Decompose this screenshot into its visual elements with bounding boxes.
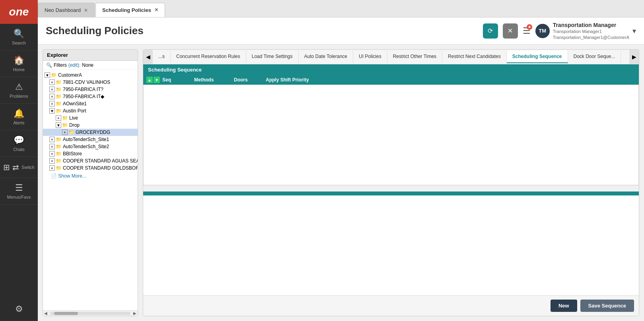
show-more-link[interactable]: 📄 Show More... — [43, 172, 138, 179]
tab-close-scheduling[interactable]: ✕ — [154, 7, 158, 13]
expand-icon[interactable]: + — [56, 115, 61, 121]
save-sequence-button[interactable]: Save Sequence — [580, 300, 634, 312]
new-button[interactable]: New — [551, 300, 577, 312]
sub-tab-scroll-right[interactable]: ▶ — [629, 50, 639, 64]
sub-tab-scroll-left[interactable]: ◀ — [143, 50, 153, 64]
sort-down-button[interactable]: ▼ — [154, 77, 160, 83]
sidebar-item-chats[interactable]: 💬 Chats — [0, 130, 38, 157]
tree-item-groceryddg[interactable]: + 📁 GROCERYDDG — [43, 129, 138, 136]
sequence-table-header: ▲ ▼ Seq Methods Doors Apply Shift Priori… — [143, 75, 639, 85]
bell-icon: 🔔 — [14, 108, 24, 119]
explorer-scrollbar[interactable]: ◀ ▶ — [43, 310, 138, 316]
sidebar-item-alerts[interactable]: 🔔 Alerts — [0, 104, 38, 130]
col-apply-shift: Apply Shift Priority — [266, 77, 636, 83]
sequence-body — [143, 85, 639, 185]
explorer-tree: ▼ 📁 CustomerA + 📁 7881-CDV VALINHOS + 📁 … — [43, 70, 138, 310]
tab-dock-door-seque[interactable]: Dock Door Seque... — [568, 50, 621, 63]
filter-edit-link[interactable]: (edit): — [68, 62, 81, 68]
sort-arrows-col: ▲ ▼ — [146, 77, 162, 83]
tab-restrict-next-candidates[interactable]: Restrict Next Candidates — [442, 50, 507, 63]
expand-icon[interactable]: + — [62, 130, 68, 135]
folder-icon: 📁 — [68, 130, 74, 135]
user-email: Transportation_Manager1@CustomerA — [553, 35, 629, 40]
scroll-track — [50, 312, 130, 315]
sequence-lower-area — [143, 195, 639, 295]
col-methods: Methods — [194, 77, 234, 83]
page-header: Scheduling Policies ⟳ ✕ ☰ ★ TM Transport… — [38, 17, 644, 44]
sidebar-item-settings[interactable]: ⚙ — [0, 299, 38, 321]
tab-close-neo[interactable]: ✕ — [84, 8, 88, 13]
tab-load-time-settings[interactable]: Load Time Settings — [246, 50, 299, 63]
sidebar-item-search[interactable]: 🔍 Search — [0, 24, 38, 50]
expand-icon[interactable]: + — [49, 79, 55, 85]
folder-icon: 📁 — [56, 158, 62, 164]
horizontal-scrollbar[interactable] — [143, 185, 639, 191]
folder-icon: 📁 — [51, 72, 57, 78]
col-doors: Doors — [234, 77, 266, 83]
scroll-left-arrow[interactable]: ◀ — [43, 311, 49, 316]
expand-icon[interactable]: ▼ — [49, 108, 55, 114]
tab-restrict-other-times[interactable]: Restrict Other Times — [387, 50, 442, 63]
tree-item-7950b[interactable]: + 📁 7950-FABRICA IT◆ — [43, 93, 138, 100]
tree-item-7950a[interactable]: + 📁 7950-FABRICA IT? — [43, 86, 138, 93]
scroll-right-arrow[interactable]: ▶ — [132, 311, 138, 316]
sub-tabs: ...s Concurrent Reservation Rules Load T… — [153, 50, 629, 63]
expand-icon[interactable]: ▼ — [56, 122, 61, 128]
tree-item-live[interactable]: + 📁 Live — [43, 114, 138, 122]
explorer-header: Explorer — [43, 50, 138, 61]
document-icon: 📄 — [51, 173, 57, 179]
app-logo[interactable]: one — [0, 0, 38, 24]
grid-icon: ⊞ — [3, 162, 10, 172]
tab-scheduling-sequence[interactable]: Scheduling Sequence — [507, 50, 568, 63]
sub-tabs-container: ◀ ...s Concurrent Reservation Rules Load… — [143, 50, 639, 64]
refresh-button[interactable]: ⟳ — [483, 23, 498, 39]
sequence-blue-divider — [143, 191, 639, 195]
folder-icon: 📁 — [56, 137, 62, 142]
tree-item-drop[interactable]: ▼ 📁 Drop — [43, 122, 138, 129]
expand-icon[interactable]: + — [49, 144, 55, 149]
col-seq: Seq — [162, 77, 194, 83]
tree-item-autosch2[interactable]: + 📁 AutoTenderSch_Site2 — [43, 143, 138, 150]
sidebar-item-menus[interactable]: ☰ Menus/Favs — [0, 178, 38, 205]
sort-up-button[interactable]: ▲ — [146, 77, 153, 83]
tab-concurrent-reservation[interactable]: Concurrent Reservation Rules — [171, 50, 246, 63]
tab-scheduling-policies[interactable]: Scheduling Policies ✕ — [95, 3, 165, 17]
expand-icon[interactable]: + — [49, 94, 55, 99]
tab-neo-dashboard[interactable]: Neo Dashboard ✕ — [38, 3, 95, 17]
folder-icon: 📁 — [56, 151, 62, 157]
tree-item-7881[interactable]: + 📁 7881-CDV VALINHOS — [43, 79, 138, 86]
expand-icon[interactable]: + — [49, 87, 55, 92]
gear-icon: ⚙ — [15, 304, 23, 314]
tree-item-austin[interactable]: ▼ 📁 Austin Port — [43, 107, 138, 114]
tree-item-autosch1[interactable]: + 📁 AutoTenderSch_Site1 — [43, 136, 138, 143]
expand-icon[interactable]: + — [49, 151, 55, 157]
user-info: Transportation Manager Transportation Ma… — [553, 21, 629, 40]
tree-item-cooper2[interactable]: + 📁 COOPER STANDARD GOLDSBORO — [43, 164, 138, 172]
tree-item-bbistore[interactable]: + 📁 BBIStore — [43, 150, 138, 157]
content-area: Explorer 🔍 Filters (edit): None ▼ 📁 Cust… — [38, 44, 644, 321]
tree-item-cooper1[interactable]: + 📁 COOPER STANDARD AGUAS SEALING (... — [43, 157, 138, 164]
user-name: Transportation Manager1 — [553, 29, 629, 34]
scroll-thumb[interactable] — [54, 312, 78, 315]
tab-auto-date-tolerance[interactable]: Auto Date Tolerance — [299, 50, 354, 63]
notification-area[interactable]: ☰ ★ — [523, 26, 531, 36]
notification-badge: ★ — [527, 24, 532, 30]
tab-ui-policies[interactable]: UI Policies — [353, 50, 387, 63]
expand-icon[interactable]: + — [49, 137, 55, 142]
expand-icon[interactable]: + — [49, 158, 55, 164]
user-dropdown-arrow[interactable]: ▾ — [632, 27, 636, 35]
folder-icon: 📁 — [56, 101, 62, 106]
sidebar-item-switch[interactable]: ⊞ ⇄ Switch — [0, 157, 38, 178]
expand-icon[interactable]: + — [49, 165, 55, 171]
sidebar-item-home[interactable]: 🏠 Home — [0, 50, 38, 77]
right-panel: ◀ ...s Concurrent Reservation Rules Load… — [143, 49, 639, 316]
tree-item-aown[interactable]: + 📁 AOwnSite1 — [43, 100, 138, 107]
sidebar-item-problems[interactable]: ⚠ Problems — [0, 77, 38, 104]
folder-icon: 📁 — [62, 115, 68, 121]
close-button[interactable]: ✕ — [503, 23, 518, 39]
sequence-footer: New Save Sequence — [143, 295, 639, 316]
expand-icon[interactable]: ▼ — [45, 72, 50, 78]
tab-s[interactable]: ...s — [153, 50, 171, 63]
tree-item-customerA[interactable]: ▼ 📁 CustomerA — [43, 72, 138, 79]
expand-icon[interactable]: + — [49, 101, 55, 106]
